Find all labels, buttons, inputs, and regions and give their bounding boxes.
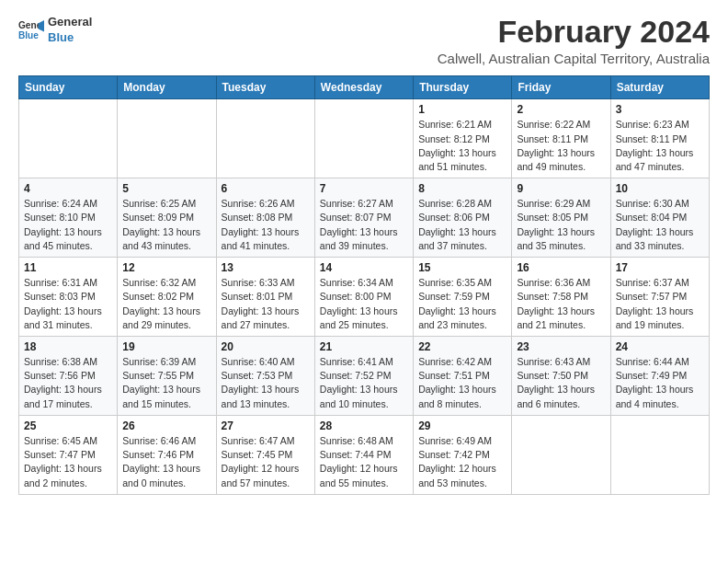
day-number: 28 [320,419,408,432]
day-number: 11 [24,261,112,274]
day-info: Sunrise: 6:47 AMSunset: 7:45 PMDaylight:… [222,434,310,490]
day-info: Sunrise: 6:29 AMSunset: 8:05 PMDaylight:… [517,197,605,253]
day-info: Sunrise: 6:21 AMSunset: 8:12 PMDaylight:… [418,118,506,174]
day-number: 18 [24,340,112,353]
day-number: 5 [122,182,210,195]
calendar-cell [118,99,216,178]
day-number: 23 [517,340,605,353]
calendar-header: SundayMondayTuesdayWednesdayThursdayFrid… [19,76,710,99]
calendar-cell: 10Sunrise: 6:30 AMSunset: 8:04 PMDayligh… [610,178,709,258]
day-info: Sunrise: 6:46 AMSunset: 7:46 PMDaylight:… [122,434,210,490]
calendar-cell: 7Sunrise: 6:27 AMSunset: 8:07 PMDaylight… [314,178,413,258]
day-header-wednesday: Wednesday [314,76,413,99]
calendar-cell: 22Sunrise: 6:42 AMSunset: 7:51 PMDayligh… [414,337,512,416]
calendar-body: 1Sunrise: 6:21 AMSunset: 8:12 PMDaylight… [19,99,710,494]
day-number: 12 [122,261,210,274]
day-info: Sunrise: 6:39 AMSunset: 7:55 PMDaylight:… [122,355,210,411]
calendar-cell: 15Sunrise: 6:35 AMSunset: 7:59 PMDayligh… [414,258,512,337]
calendar-cell: 19Sunrise: 6:39 AMSunset: 7:55 PMDayligh… [118,337,216,416]
svg-text:Blue: Blue [18,30,39,40]
calendar-cell: 27Sunrise: 6:47 AMSunset: 7:45 PMDayligh… [216,415,314,494]
calendar-week-4: 18Sunrise: 6:38 AMSunset: 7:56 PMDayligh… [19,337,710,416]
calendar-cell: 12Sunrise: 6:32 AMSunset: 8:02 PMDayligh… [118,258,216,337]
calendar-cell: 6Sunrise: 6:26 AMSunset: 8:08 PMDaylight… [216,178,314,258]
day-info: Sunrise: 6:23 AMSunset: 8:11 PMDaylight:… [616,118,704,174]
day-info: Sunrise: 6:33 AMSunset: 8:01 PMDaylight:… [222,276,310,332]
logo-text: General Blue [48,15,92,46]
calendar-cell: 11Sunrise: 6:31 AMSunset: 8:03 PMDayligh… [19,258,118,337]
day-number: 20 [222,340,310,353]
calendar-cell: 17Sunrise: 6:37 AMSunset: 7:57 PMDayligh… [610,258,709,337]
day-number: 16 [517,261,605,274]
day-number: 21 [320,340,408,353]
main-title: February 2024 [438,15,710,49]
day-info: Sunrise: 6:34 AMSunset: 8:00 PMDaylight:… [320,276,408,332]
day-info: Sunrise: 6:45 AMSunset: 7:47 PMDaylight:… [24,434,112,490]
day-number: 17 [616,261,704,274]
day-info: Sunrise: 6:30 AMSunset: 8:04 PMDaylight:… [616,197,704,253]
day-info: Sunrise: 6:31 AMSunset: 8:03 PMDaylight:… [24,276,112,332]
calendar-cell: 25Sunrise: 6:45 AMSunset: 7:47 PMDayligh… [19,415,118,494]
day-info: Sunrise: 6:27 AMSunset: 8:07 PMDaylight:… [320,197,408,253]
day-info: Sunrise: 6:43 AMSunset: 7:50 PMDaylight:… [517,355,605,411]
day-number: 25 [24,419,112,432]
subtitle: Calwell, Australian Capital Territory, A… [438,51,710,66]
day-info: Sunrise: 6:49 AMSunset: 7:42 PMDaylight:… [418,434,506,490]
calendar-cell: 3Sunrise: 6:23 AMSunset: 8:11 PMDaylight… [610,99,709,178]
day-number: 22 [418,340,506,353]
logo-icon: General Blue [18,17,44,43]
calendar-week-1: 1Sunrise: 6:21 AMSunset: 8:12 PMDaylight… [19,99,710,178]
calendar-cell: 29Sunrise: 6:49 AMSunset: 7:42 PMDayligh… [414,415,512,494]
day-info: Sunrise: 6:25 AMSunset: 8:09 PMDaylight:… [122,197,210,253]
day-number: 2 [517,103,605,116]
logo: General Blue General Blue [18,15,92,46]
calendar: SundayMondayTuesdayWednesdayThursdayFrid… [18,75,710,494]
day-number: 19 [122,340,210,353]
calendar-cell [512,415,610,494]
calendar-cell [314,99,413,178]
day-header-saturday: Saturday [610,76,709,99]
calendar-cell: 5Sunrise: 6:25 AMSunset: 8:09 PMDaylight… [118,178,216,258]
day-info: Sunrise: 6:37 AMSunset: 7:57 PMDaylight:… [616,276,704,332]
day-info: Sunrise: 6:35 AMSunset: 7:59 PMDaylight:… [418,276,506,332]
calendar-week-3: 11Sunrise: 6:31 AMSunset: 8:03 PMDayligh… [19,258,710,337]
page-header: General Blue General Blue February 2024 … [18,15,710,66]
day-number: 13 [222,261,310,274]
calendar-week-2: 4Sunrise: 6:24 AMSunset: 8:10 PMDaylight… [19,178,710,258]
calendar-cell: 4Sunrise: 6:24 AMSunset: 8:10 PMDaylight… [19,178,118,258]
calendar-cell [610,415,709,494]
title-block: February 2024 Calwell, Australian Capita… [438,15,710,66]
day-info: Sunrise: 6:36 AMSunset: 7:58 PMDaylight:… [517,276,605,332]
day-info: Sunrise: 6:38 AMSunset: 7:56 PMDaylight:… [24,355,112,411]
day-number: 15 [418,261,506,274]
day-number: 3 [616,103,704,116]
calendar-cell: 8Sunrise: 6:28 AMSunset: 8:06 PMDaylight… [414,178,512,258]
day-header-thursday: Thursday [414,76,512,99]
day-number: 4 [24,182,112,195]
calendar-cell: 24Sunrise: 6:44 AMSunset: 7:49 PMDayligh… [610,337,709,416]
day-number: 7 [320,182,408,195]
day-number: 10 [616,182,704,195]
day-header-monday: Monday [118,76,216,99]
day-number: 1 [418,103,506,116]
day-number: 27 [222,419,310,432]
calendar-cell: 28Sunrise: 6:48 AMSunset: 7:44 PMDayligh… [314,415,413,494]
day-header-friday: Friday [512,76,610,99]
calendar-cell [216,99,314,178]
day-number: 8 [418,182,506,195]
day-info: Sunrise: 6:48 AMSunset: 7:44 PMDaylight:… [320,434,408,490]
day-info: Sunrise: 6:24 AMSunset: 8:10 PMDaylight:… [24,197,112,253]
calendar-cell: 18Sunrise: 6:38 AMSunset: 7:56 PMDayligh… [19,337,118,416]
day-number: 26 [122,419,210,432]
calendar-cell: 9Sunrise: 6:29 AMSunset: 8:05 PMDaylight… [512,178,610,258]
calendar-cell [19,99,118,178]
calendar-cell: 1Sunrise: 6:21 AMSunset: 8:12 PMDaylight… [414,99,512,178]
day-info: Sunrise: 6:26 AMSunset: 8:08 PMDaylight:… [222,197,310,253]
day-number: 14 [320,261,408,274]
calendar-cell: 14Sunrise: 6:34 AMSunset: 8:00 PMDayligh… [314,258,413,337]
calendar-cell: 20Sunrise: 6:40 AMSunset: 7:53 PMDayligh… [216,337,314,416]
day-info: Sunrise: 6:42 AMSunset: 7:51 PMDaylight:… [418,355,506,411]
calendar-week-5: 25Sunrise: 6:45 AMSunset: 7:47 PMDayligh… [19,415,710,494]
calendar-cell: 16Sunrise: 6:36 AMSunset: 7:58 PMDayligh… [512,258,610,337]
calendar-cell: 13Sunrise: 6:33 AMSunset: 8:01 PMDayligh… [216,258,314,337]
